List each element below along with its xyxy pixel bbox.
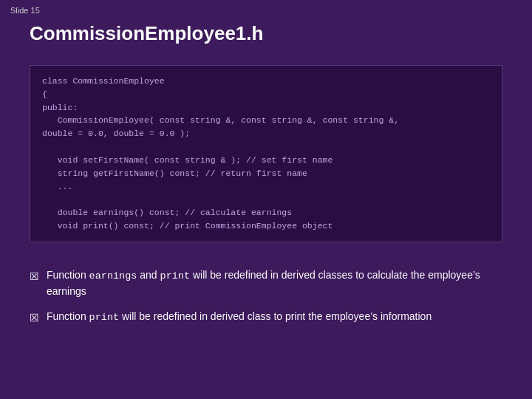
code-print-2: print (89, 312, 120, 323)
slide-label: Slide 15 (10, 6, 40, 15)
code-block: class CommissionEmployee { public: Commi… (30, 65, 502, 242)
code-earnings: earnings (89, 270, 137, 282)
bullet-list: ☒ Function earnings and print will be re… (30, 267, 502, 335)
bullet-item-2: ☒ Function print will be redefined in de… (30, 309, 502, 325)
bullet-item-1: ☒ Function earnings and print will be re… (30, 267, 502, 299)
bullet-text-1: Function earnings and print will be rede… (47, 267, 502, 299)
code-print-1: print (160, 270, 191, 282)
bullet-checkbox-2: ☒ (30, 310, 39, 325)
bullet-text-2: Function print will be redefined in deri… (47, 309, 502, 325)
slide-title: CommissionEmployee1.h (30, 22, 263, 45)
bullet-checkbox-1: ☒ (30, 269, 39, 284)
